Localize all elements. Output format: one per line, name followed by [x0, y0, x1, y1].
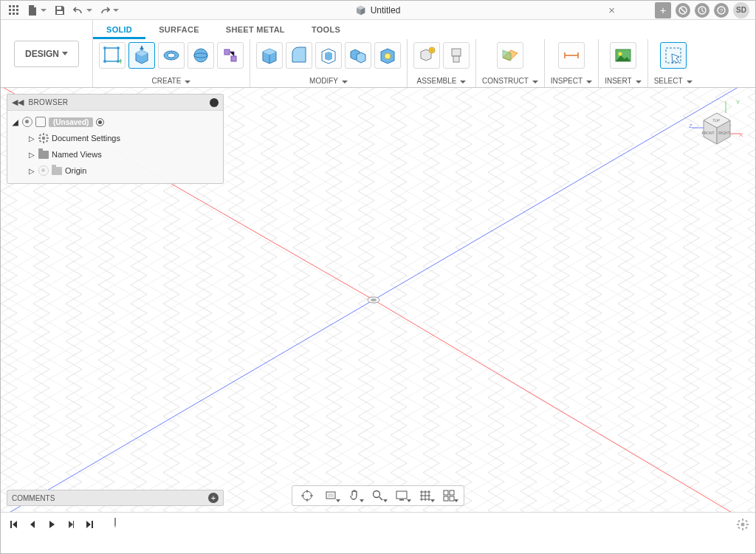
press-pull-icon[interactable] [256, 42, 283, 69]
timeline-end-icon[interactable] [83, 518, 97, 531]
browser-root-node[interactable]: ◢ (Unsaved) [9, 114, 221, 130]
create-form-icon[interactable] [217, 42, 244, 69]
user-avatar[interactable]: SD [733, 2, 749, 18]
shell-icon[interactable] [315, 42, 342, 69]
visibility-icon[interactable] [22, 117, 32, 127]
sphere-icon[interactable] [188, 42, 214, 69]
view-cube[interactable]: Y Z X TOP FRONT RIGHT [687, 98, 745, 156]
file-menu-button[interactable] [24, 2, 49, 18]
tab-solid[interactable]: SOLID [93, 22, 145, 39]
tab-tools[interactable]: TOOLS [298, 22, 354, 39]
svg-text:+: + [118, 56, 122, 65]
look-at-icon[interactable] [320, 488, 341, 504]
ribbon: DESIGN SOLID SURFACE SHEET METAL TOOLS +… [1, 20, 755, 88]
gear-icon [38, 133, 49, 143]
timeline-step-back-icon[interactable] [26, 518, 39, 531]
folder-icon [52, 167, 62, 175]
svg-rect-47 [47, 137, 49, 139]
joint-icon[interactable] [443, 42, 470, 69]
group-select: SELECT [648, 39, 698, 87]
viewport-layout-icon[interactable] [439, 488, 459, 504]
svg-rect-1 [13, 5, 15, 7]
group-create: + CREATE [93, 39, 250, 87]
timeline-start-icon[interactable] [7, 518, 20, 531]
svg-rect-48 [39, 134, 42, 137]
svg-point-61 [374, 491, 380, 498]
select-icon[interactable] [660, 42, 687, 69]
document-tab[interactable]: Untitled [348, 1, 408, 20]
svg-rect-44 [43, 133, 44, 135]
browser-item-document-settings[interactable]: ▷ Document Settings [9, 130, 221, 146]
save-button[interactable] [51, 2, 69, 18]
group-inspect: INSPECT [545, 39, 599, 87]
browser-item-origin[interactable]: ▷ Origin [9, 163, 221, 179]
revolve-icon[interactable] [158, 42, 185, 69]
extensions-icon[interactable] [676, 3, 690, 18]
display-settings-icon[interactable] [391, 488, 412, 504]
help-icon[interactable]: ? [714, 3, 729, 18]
orbit-icon[interactable] [297, 488, 317, 504]
construction-plane-icon[interactable] [497, 42, 523, 69]
svg-rect-10 [57, 11, 63, 14]
canvas-viewport[interactable]: ◀◀ BROWSER ◢ (Unsaved) ▷ Document Settin… [1, 88, 755, 512]
svg-rect-60 [328, 493, 334, 497]
svg-point-43 [42, 137, 46, 140]
svg-point-16 [103, 47, 106, 49]
browser-item-named-views[interactable]: ▷ Named Views [9, 146, 221, 163]
context-tabs: SOLID SURFACE SHEET METAL TOOLS [93, 20, 755, 39]
timeline-settings-icon[interactable] [736, 518, 749, 531]
app-grid-icon[interactable] [5, 2, 23, 18]
svg-rect-15 [105, 48, 118, 61]
visibility-off-icon[interactable] [38, 165, 49, 176]
svg-line-37 [1, 300, 374, 512]
extrude-icon[interactable] [128, 42, 155, 69]
svg-rect-8 [16, 13, 18, 15]
svg-rect-67 [444, 496, 448, 501]
svg-rect-6 [9, 13, 11, 15]
cube-icon [356, 5, 366, 16]
comments-panel[interactable]: COMMENTS + [7, 490, 224, 506]
insert-decal-icon[interactable] [610, 42, 636, 69]
svg-point-27 [385, 53, 391, 59]
combine-icon[interactable] [345, 42, 371, 69]
tab-surface[interactable]: SURFACE [145, 22, 213, 39]
add-comment-icon[interactable]: + [208, 493, 219, 503]
svg-rect-65 [444, 490, 448, 495]
svg-line-39 [374, 300, 755, 512]
measure-icon[interactable] [558, 42, 585, 69]
job-status-icon[interactable] [695, 3, 709, 18]
svg-point-18 [103, 60, 106, 63]
activate-icon[interactable] [96, 118, 104, 126]
svg-rect-2 [16, 5, 18, 7]
svg-rect-9 [57, 7, 61, 10]
new-tab-button[interactable]: + [655, 2, 671, 18]
timeline-marker-icon[interactable] [109, 518, 122, 531]
panel-options-icon[interactable] [210, 98, 219, 107]
zoom-icon[interactable] [368, 488, 388, 504]
grid-settings-icon[interactable] [415, 488, 436, 504]
redo-button[interactable] [97, 2, 122, 18]
new-component-icon[interactable] [413, 42, 440, 69]
pan-icon[interactable] [344, 488, 365, 504]
svg-rect-72 [737, 524, 739, 525]
svg-text:?: ? [720, 7, 724, 14]
close-tab-icon[interactable]: × [608, 4, 615, 16]
panel-collapse-icon[interactable]: ◀◀ [12, 98, 24, 107]
new-sketch-icon[interactable]: + [99, 42, 126, 69]
svg-rect-73 [746, 524, 749, 525]
fillet-icon[interactable] [286, 42, 312, 69]
appearance-icon[interactable] [374, 42, 401, 69]
svg-point-32 [618, 52, 622, 56]
axis-y-label: Y [736, 99, 740, 106]
workspace-switcher[interactable]: DESIGN [14, 41, 79, 67]
tab-sheet-metal[interactable]: SHEET METAL [213, 22, 298, 39]
timeline-play-icon[interactable] [45, 518, 58, 531]
navigation-bar [292, 485, 464, 506]
group-insert: INSERT [599, 39, 648, 87]
svg-rect-75 [745, 519, 748, 522]
timeline-step-forward-icon[interactable] [64, 518, 78, 531]
svg-point-42 [371, 298, 377, 301]
browser-title: BROWSER [29, 98, 69, 106]
svg-rect-3 [9, 9, 11, 11]
undo-button[interactable] [70, 2, 95, 18]
